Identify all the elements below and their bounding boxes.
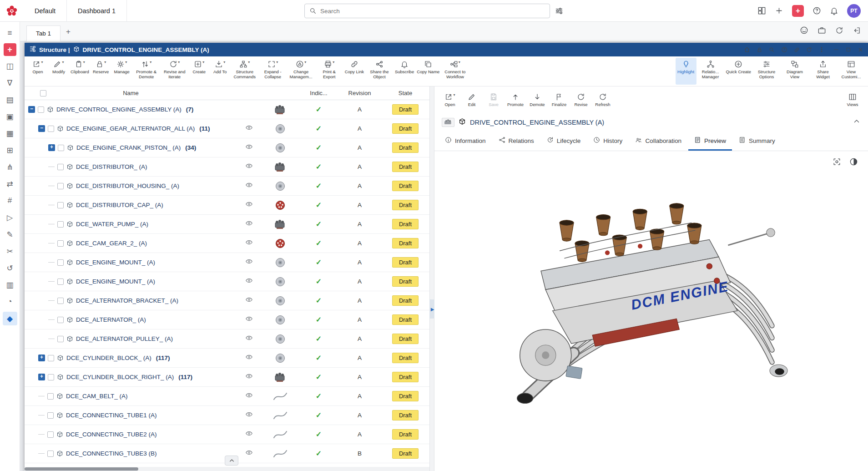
sidebar-item-list[interactable]: ▤ bbox=[3, 93, 17, 106]
notifications-bell-icon[interactable] bbox=[830, 6, 838, 15]
toolbar-button-clipboard[interactable]: ▾ Clipboard bbox=[69, 58, 91, 85]
toolbar-button-structure-options[interactable]: Structure Options bbox=[752, 58, 781, 85]
more-options-icon[interactable] bbox=[818, 46, 825, 53]
item-tab-preview[interactable]: Preview bbox=[688, 132, 732, 151]
table-row[interactable]: DCE_DISTRIBUTOR_HOUSING_ (A) ✓ A Draft bbox=[25, 177, 429, 196]
select-all-checkbox[interactable] bbox=[40, 90, 46, 96]
item-tab-lifecycle[interactable]: Lifecycle bbox=[541, 132, 587, 151]
workspace-tab-default[interactable]: Default bbox=[24, 0, 67, 22]
horizontal-scrollbar[interactable] bbox=[25, 467, 429, 471]
home-icon[interactable] bbox=[744, 46, 750, 53]
table-row[interactable]: − DCE_ENGINE_GEAR_ALTERNATOR_ALL (A) (11… bbox=[25, 119, 429, 138]
toolbar-button-add-to[interactable]: ▾ Add To bbox=[210, 58, 231, 85]
row-checkbox[interactable] bbox=[47, 451, 54, 457]
table-row[interactable]: DCE_DISTRIBUTOR_CAP_ (A) ✓ A Draft bbox=[25, 196, 429, 215]
toolbar-button-open[interactable]: ▾ Open bbox=[27, 58, 48, 85]
window-help-icon[interactable] bbox=[781, 46, 787, 53]
item-tab-relations[interactable]: Relations bbox=[493, 132, 540, 151]
part-name-link[interactable]: DCE_ALTERNATOR_ (A) bbox=[76, 316, 146, 323]
close-icon[interactable] bbox=[858, 47, 863, 53]
part-name-link[interactable]: DCE_DISTRIBUTOR_CAP_ (A) bbox=[76, 202, 163, 208]
part-name-link[interactable]: DCE_ENGINE_MOUNT_ (A) bbox=[76, 259, 155, 266]
collapse-node-button[interactable]: − bbox=[28, 106, 35, 113]
row-checkbox[interactable] bbox=[57, 259, 64, 266]
toolbar-button-copy-name[interactable]: Copy Name bbox=[415, 58, 441, 85]
sign-out-icon[interactable] bbox=[853, 26, 861, 35]
lock-icon[interactable] bbox=[757, 47, 762, 53]
toolbar-button-share-widget[interactable]: Share Widget bbox=[809, 58, 837, 85]
table-row[interactable]: + DCE_CYLINDER_BLOCK_RIGHT_ (A) (117) ✓ … bbox=[25, 368, 429, 387]
expand-node-button[interactable]: + bbox=[38, 355, 45, 361]
toolbar-button-modify[interactable]: ▾ Modify bbox=[48, 58, 69, 85]
sidebar-item-main-menu[interactable]: ≡ bbox=[3, 26, 17, 40]
visibility-eye-icon[interactable] bbox=[245, 372, 253, 382]
visibility-eye-icon[interactable] bbox=[245, 315, 253, 324]
expand-node-button[interactable]: + bbox=[48, 144, 55, 151]
row-checkbox[interactable] bbox=[47, 412, 54, 419]
preview-pane[interactable]: DCM ENGINE bbox=[434, 151, 868, 471]
visibility-eye-icon[interactable] bbox=[245, 296, 253, 305]
toolbar-button-subscribe[interactable]: Subscribe bbox=[394, 58, 415, 85]
toolbar-button-connect-to-workflow[interactable]: ▾ Connect to Workflow bbox=[441, 58, 469, 85]
app-logo[interactable] bbox=[0, 4, 24, 18]
search-input[interactable] bbox=[320, 8, 545, 15]
sidebar-item-media[interactable]: ▷ bbox=[3, 211, 17, 224]
sidebar-item-table[interactable]: ⊞ bbox=[3, 143, 17, 157]
user-avatar[interactable]: PT bbox=[847, 4, 861, 18]
toolbar-button-change-managem[interactable]: ▾ Change Managem... bbox=[287, 58, 315, 85]
fit-to-view-icon[interactable] bbox=[833, 157, 841, 166]
toolbar-button-create[interactable]: ▾ Create bbox=[189, 58, 210, 85]
visibility-eye-icon[interactable] bbox=[245, 353, 253, 363]
visibility-eye-icon[interactable] bbox=[245, 334, 253, 344]
item-tab-history[interactable]: History bbox=[587, 132, 628, 151]
toolbar-button-expand-collapse[interactable]: ▾ Expand - Collapse bbox=[259, 58, 287, 85]
tab-1[interactable]: Tab 1 bbox=[26, 25, 61, 41]
search-filters-icon[interactable] bbox=[555, 6, 564, 15]
item-tab-information[interactable]: Information bbox=[439, 132, 492, 151]
row-checkbox[interactable] bbox=[48, 374, 54, 380]
toolbar-button-structure-commands[interactable]: ▾ Structure Commands bbox=[231, 58, 259, 85]
row-checkbox[interactable] bbox=[57, 317, 64, 323]
row-checkbox[interactable] bbox=[57, 183, 64, 189]
visibility-eye-icon[interactable] bbox=[245, 200, 253, 210]
table-row[interactable]: + DCE_CYLINDER_BLOCK_ (A) (117) ✓ A Draf… bbox=[25, 349, 429, 368]
global-search[interactable] bbox=[304, 4, 550, 18]
table-row[interactable]: + DCE_ENGINE_CRANK_PISTON_ (A) (34) ✓ A … bbox=[25, 138, 429, 157]
row-checkbox[interactable] bbox=[47, 431, 54, 438]
item-toolbar-button-demote[interactable]: Demote bbox=[527, 91, 547, 108]
sidebar-item-card[interactable]: ▦ bbox=[3, 127, 17, 140]
row-checkbox[interactable] bbox=[47, 393, 54, 400]
part-name-link[interactable]: DCE_CONNECTING_TUBE1 (A) bbox=[66, 412, 157, 419]
table-row[interactable]: DCE_ALTERNATOR_ (A) ✓ A Draft bbox=[25, 310, 429, 329]
part-name-link[interactable]: DCE_CAM_GEAR_2_ (A) bbox=[76, 240, 147, 247]
visibility-eye-icon[interactable] bbox=[245, 143, 253, 152]
item-tab-collaboration[interactable]: Collaboration bbox=[629, 132, 687, 151]
sidebar-item-chart[interactable]: ▥ bbox=[3, 278, 17, 292]
row-checkbox[interactable] bbox=[57, 221, 64, 228]
toolbar-button-print-export[interactable]: ▾ Print & Export bbox=[315, 58, 343, 85]
row-checkbox[interactable] bbox=[38, 106, 44, 113]
visibility-eye-icon[interactable] bbox=[245, 124, 253, 133]
part-name-link[interactable]: DCE_DISTRIBUTOR_HOUSING_ (A) bbox=[76, 182, 179, 189]
toolbar-button-highlight[interactable]: Highlight bbox=[676, 58, 696, 85]
part-name-link[interactable]: DCE_ALTERNATOR_PULLEY_ (A) bbox=[76, 335, 173, 342]
sidebar-item-clock[interactable]: ◔ bbox=[3, 295, 17, 309]
new-tab-button[interactable]: + bbox=[61, 27, 76, 41]
sidebar-item-grid[interactable]: # bbox=[3, 194, 17, 208]
sidebar-item-form[interactable]: ✎ bbox=[3, 228, 17, 241]
toolbar-button-copy-link[interactable]: Copy Link bbox=[343, 58, 365, 85]
sidebar-item-structure[interactable]: ⋔ bbox=[3, 160, 17, 174]
part-name-link[interactable]: DCE_CONNECTING_TUBE2 (A) bbox=[66, 431, 157, 438]
sidebar-item-document[interactable]: ▣ bbox=[3, 110, 17, 123]
copy-url-icon[interactable] bbox=[794, 47, 800, 53]
part-name-link[interactable]: DRIVE_CONTROL_ENGINE_ASSEMBLY (A) bbox=[56, 106, 182, 113]
item-toolbar-button-finalize[interactable]: Finalize bbox=[549, 91, 569, 108]
scroll-top-button[interactable] bbox=[225, 456, 238, 466]
briefcase-icon[interactable] bbox=[818, 26, 826, 35]
visibility-eye-icon[interactable] bbox=[245, 219, 253, 229]
sidebar-item-compare[interactable]: ⇄ bbox=[3, 177, 17, 191]
sidebar-item-cut[interactable]: ✂ bbox=[3, 244, 17, 258]
toolbar-button-manage[interactable]: ▾ Manage bbox=[111, 58, 132, 85]
part-name-link[interactable]: DCE_DISTRIBUTOR_ (A) bbox=[76, 163, 147, 170]
table-row[interactable]: DCE_WATER_PUMP_ (A) ✓ A Draft bbox=[25, 215, 429, 234]
